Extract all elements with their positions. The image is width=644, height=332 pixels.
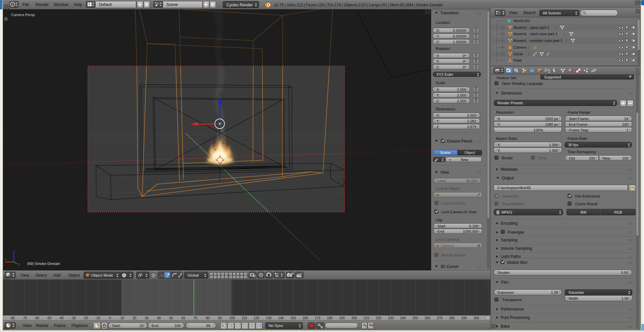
svg-text:y: y	[18, 262, 20, 266]
svg-text:x: x	[4, 257, 6, 261]
svg-text:z: z	[15, 248, 17, 253]
svg-text:i: i	[12, 3, 13, 6]
